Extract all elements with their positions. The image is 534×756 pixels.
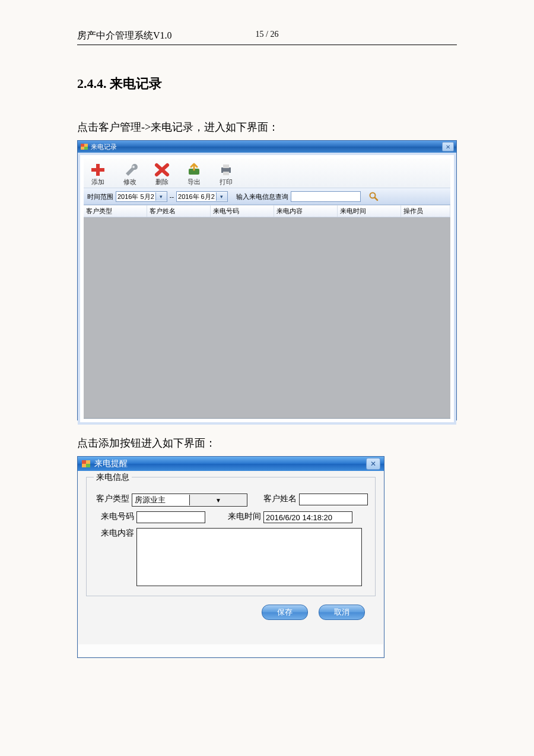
search-label: 输入来电信息查询 — [236, 192, 288, 201]
customer-type-value: 房源业主 — [132, 495, 189, 505]
printer-icon — [218, 162, 234, 178]
date-to-value: 2016年 6月2 — [177, 192, 216, 201]
app-icon — [80, 143, 88, 150]
svg-rect-1 — [81, 144, 84, 147]
add-button[interactable]: 添加 — [90, 162, 106, 186]
x-icon — [154, 162, 170, 178]
chevron-down-icon: ▼ — [189, 495, 247, 505]
time-input[interactable] — [263, 511, 352, 523]
call-record-window: 来电记录 ✕ 添加 — [77, 140, 457, 420]
app-icon — [81, 460, 91, 468]
section-heading: 2.4.4. 来电记录 — [77, 75, 457, 93]
paragraph-2: 点击添加按钮进入如下界面： — [77, 436, 457, 450]
print-button[interactable]: 打印 — [218, 162, 234, 186]
toolbar-label: 导出 — [187, 178, 201, 186]
col-operator[interactable]: 操作员 — [401, 205, 450, 217]
close-icon: ✕ — [446, 144, 450, 150]
content-textarea[interactable] — [136, 528, 362, 586]
wrench-icon — [122, 162, 138, 178]
label-phone: 来电号码 — [94, 511, 136, 522]
svg-rect-9 — [223, 172, 229, 175]
label-customer-type: 客户类型 — [94, 494, 132, 504]
label-content: 来电内容 — [94, 528, 136, 539]
call-info-fieldset: 来电信息 客户类型 房源业主 ▼ 客户姓名 来电号码 来电时间 — [86, 477, 376, 596]
chevron-down-icon: ▾ — [216, 192, 227, 201]
col-phone[interactable]: 来电号码 — [211, 205, 274, 217]
search-icon — [369, 192, 379, 201]
date-from-picker[interactable]: 2016年 5月2 ▾ — [116, 191, 167, 202]
col-customer-type[interactable]: 客户类型 — [84, 205, 147, 217]
window-title: 来电提醒 — [94, 458, 128, 469]
section-title: 来电记录 — [110, 76, 162, 91]
toolbar-label: 打印 — [220, 178, 233, 186]
svg-line-11 — [374, 198, 377, 201]
toolbar-label: 添加 — [91, 178, 104, 186]
grid-header: 客户类型 客户姓名 来电号码 来电内容 来电时间 操作员 — [84, 205, 450, 217]
svg-rect-2 — [84, 147, 88, 150]
svg-rect-8 — [223, 165, 229, 168]
toolbar: 添加 修改 删除 — [84, 159, 450, 188]
paragraph-1: 点击客户管理->来电记录，进入如下界面： — [77, 120, 457, 134]
date-to-picker[interactable]: 2016年 6月2 ▾ — [176, 191, 228, 202]
section-number: 2.4.4. — [77, 76, 107, 91]
window-close-button[interactable]: ✕ — [366, 458, 380, 470]
export-icon — [186, 162, 202, 178]
window-title: 来电记录 — [91, 143, 117, 151]
customer-type-select[interactable]: 房源业主 ▼ — [132, 494, 247, 507]
svg-point-5 — [132, 166, 135, 168]
svg-rect-4 — [91, 168, 104, 172]
col-time[interactable]: 来电时间 — [338, 205, 401, 217]
filter-bar: 时间范围 2016年 5月2 ▾ -- 2016年 6月2 ▾ 输入来电信息查询 — [84, 188, 450, 205]
header-rule — [77, 45, 457, 45]
close-icon: ✕ — [370, 460, 376, 468]
save-button[interactable]: 保存 — [262, 605, 308, 620]
fieldset-legend: 来电信息 — [94, 472, 132, 483]
doc-header-title: 房产中介管理系统V1.0 — [77, 30, 204, 42]
call-reminder-window: 来电提醒 ✕ 来电信息 客户类型 房源业主 ▼ 客户姓名 — [77, 456, 384, 658]
col-customer-name[interactable]: 客户姓名 — [147, 205, 211, 217]
cancel-button[interactable]: 取消 — [319, 605, 365, 620]
date-range-sep: -- — [170, 193, 174, 200]
label-customer-name: 客户姓名 — [261, 494, 299, 504]
phone-input[interactable] — [136, 511, 205, 523]
svg-rect-14 — [86, 464, 90, 467]
grid-body-empty — [84, 217, 450, 419]
toolbar-label: 修改 — [123, 178, 136, 186]
export-button[interactable]: 导出 — [186, 162, 202, 186]
chevron-down-icon: ▾ — [155, 192, 167, 201]
search-input[interactable] — [291, 191, 361, 202]
svg-rect-13 — [82, 460, 86, 464]
window-titlebar: 来电提醒 ✕ — [78, 457, 384, 471]
date-from-value: 2016年 5月2 — [116, 192, 155, 201]
toolbar-label: 删除 — [155, 178, 169, 186]
window-titlebar: 来电记录 ✕ — [78, 141, 456, 153]
search-button[interactable] — [369, 192, 379, 201]
col-content[interactable]: 来电内容 — [274, 205, 338, 217]
customer-name-input[interactable] — [299, 494, 368, 505]
label-time: 来电时间 — [221, 511, 263, 522]
window-close-button[interactable]: ✕ — [442, 142, 454, 151]
delete-button[interactable]: 删除 — [154, 162, 170, 186]
edit-button[interactable]: 修改 — [122, 162, 138, 186]
plus-icon — [90, 162, 106, 178]
date-range-label: 时间范围 — [87, 192, 113, 201]
doc-page-indicator: 15 / 26 — [204, 30, 330, 42]
